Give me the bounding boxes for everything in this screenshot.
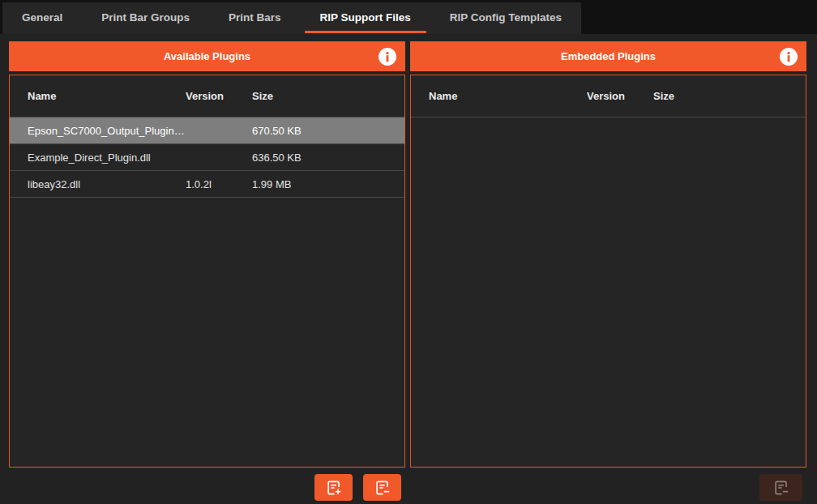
app-window: GeneralPrint Bar GroupsPrint BarsRIP Sup… — [0, 0, 817, 504]
available-plugins-panel: Available Plugins Name Version Size — [9, 41, 405, 468]
available-plugins-table: Name Version Size Epson_SC7000_Output_Pl… — [9, 75, 405, 468]
table-header: Name Version Size — [411, 75, 806, 117]
cell-name: Example_Direct_Plugin.dll — [10, 152, 186, 164]
panel-title: Embedded Plugins — [561, 50, 656, 62]
tab-general[interactable]: General — [2, 2, 82, 34]
column-header-version: Version — [186, 90, 252, 102]
column-header-version: Version — [587, 90, 653, 102]
info-icon[interactable] — [379, 48, 396, 66]
panels-row: Available Plugins Name Version Size — [9, 41, 806, 468]
tab-bar: GeneralPrint Bar GroupsPrint BarsRIP Sup… — [0, 0, 817, 34]
panel-title: Available Plugins — [164, 50, 250, 62]
footer-toolbar — [9, 468, 806, 504]
tab-label: RIP Config Templates — [450, 11, 562, 23]
available-plugins-actions — [9, 474, 405, 504]
tab-print-bar-groups[interactable]: Print Bar Groups — [82, 2, 209, 34]
document-plus-icon — [325, 479, 343, 497]
table-row[interactable]: libeay32.dll 1.0.2l 1.99 MB — [10, 171, 404, 198]
cell-size: 636.50 KB — [252, 152, 404, 164]
embedded-plugins-table: Name Version Size — [410, 75, 806, 468]
tab-print-bars[interactable]: Print Bars — [209, 2, 301, 34]
cell-size: 670.50 KB — [252, 125, 404, 137]
cell-name: Epson_SC7000_Output_Plugin.... — [10, 125, 186, 137]
embedded-plugins-header: Embedded Plugins — [410, 41, 806, 71]
content-area: Available Plugins Name Version Size — [0, 34, 817, 504]
tab-rip-support-files[interactable]: RIP Support Files — [301, 2, 430, 34]
cell-version: 1.0.2l — [186, 178, 252, 190]
document-minus-icon — [374, 479, 391, 497]
embedded-plugins-list — [411, 117, 806, 467]
tab-label: RIP Support Files — [320, 11, 411, 23]
embedded-plugins-panel: Embedded Plugins Name Version Size — [410, 41, 806, 468]
embedded-plugins-actions — [410, 474, 806, 504]
table-row[interactable]: Example_Direct_Plugin.dll 636.50 KB — [10, 144, 404, 171]
available-plugins-list: Epson_SC7000_Output_Plugin.... 670.50 KB… — [10, 117, 404, 467]
available-plugins-header: Available Plugins — [9, 41, 405, 71]
column-header-size: Size — [252, 90, 404, 102]
column-header-name: Name — [10, 90, 186, 102]
column-header-size: Size — [653, 90, 806, 102]
column-header-name: Name — [411, 90, 587, 102]
tab-label: General — [22, 11, 62, 23]
tab-rip-config-templates[interactable]: RIP Config Templates — [430, 2, 581, 34]
add-plugin-button[interactable] — [314, 474, 353, 501]
cell-size: 1.99 MB — [252, 178, 404, 190]
remove-embedded-plugin-button[interactable] — [759, 474, 802, 501]
tab-label: Print Bar Groups — [101, 11, 190, 23]
document-minus-icon — [772, 479, 790, 497]
cell-name: libeay32.dll — [10, 178, 186, 190]
remove-plugin-button[interactable] — [363, 474, 401, 501]
info-icon[interactable] — [780, 48, 798, 66]
tab-label: Print Bars — [229, 11, 281, 23]
table-row[interactable]: Epson_SC7000_Output_Plugin.... 670.50 KB — [10, 117, 404, 144]
table-header: Name Version Size — [10, 75, 404, 117]
